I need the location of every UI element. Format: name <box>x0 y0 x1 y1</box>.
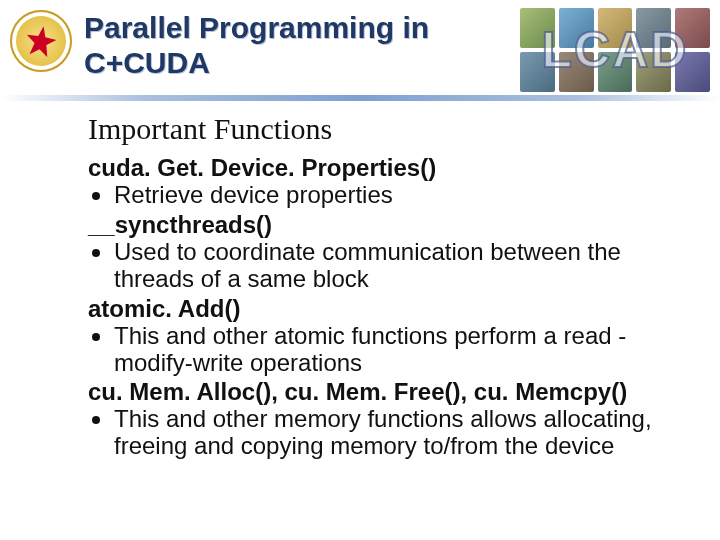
header-divider <box>0 95 720 101</box>
function-name: atomic. Add() <box>88 295 690 323</box>
function-desc: This and other atomic functions perform … <box>88 323 690 377</box>
function-desc: Used to coordinate communication between… <box>88 239 690 293</box>
function-name: cuda. Get. Device. Properties() <box>88 154 690 182</box>
lab-logo: LCAD <box>520 8 710 92</box>
function-name: __syncthreads() <box>88 211 690 239</box>
slide-title: Parallel Programming in C+CUDA <box>84 10 429 81</box>
title-line-1: Parallel Programming in <box>84 10 429 45</box>
title-line-2: C+CUDA <box>84 45 429 80</box>
lcad-wordmark: LCAD <box>520 8 710 92</box>
function-name: cu. Mem. Alloc(), cu. Mem. Free(), cu. M… <box>88 378 690 406</box>
function-desc: This and other memory functions allows a… <box>88 406 690 460</box>
slide-body: Important Functions cuda. Get. Device. P… <box>88 112 690 462</box>
university-seal-icon <box>10 10 72 72</box>
function-desc: Retrieve device properties <box>88 182 690 209</box>
section-heading: Important Functions <box>88 112 690 146</box>
slide-header: Parallel Programming in C+CUDA LCAD <box>0 0 720 100</box>
